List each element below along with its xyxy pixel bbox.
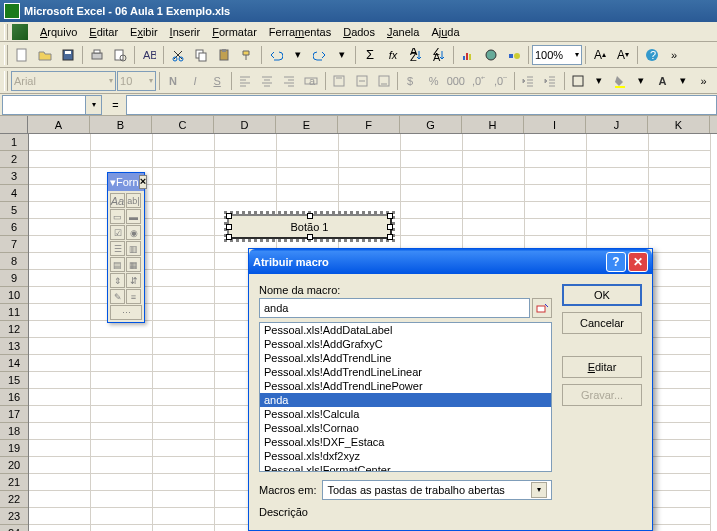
cell[interactable]: [29, 202, 91, 219]
comma-button[interactable]: 000: [445, 70, 466, 92]
fx-button[interactable]: =: [112, 99, 118, 111]
fill-color-dropdown[interactable]: ▾: [632, 74, 651, 87]
cell[interactable]: [153, 253, 215, 270]
resize-handle[interactable]: [226, 224, 232, 230]
scrollbar-control-icon[interactable]: ⇕: [110, 273, 125, 288]
name-box[interactable]: ▾: [2, 95, 102, 115]
zoom-combo[interactable]: 100%▾: [532, 45, 582, 65]
font-increase-button[interactable]: A▴: [589, 44, 611, 66]
borders-button[interactable]: [568, 70, 589, 92]
cell[interactable]: [91, 321, 153, 338]
cell[interactable]: [587, 134, 649, 151]
menu-editar[interactable]: Editar: [83, 24, 124, 40]
underline-button[interactable]: S: [207, 70, 228, 92]
cell[interactable]: [153, 321, 215, 338]
cell[interactable]: [153, 185, 215, 202]
cell[interactable]: [463, 219, 525, 236]
select-all-corner[interactable]: [0, 116, 28, 134]
cell[interactable]: [29, 304, 91, 321]
font-combo[interactable]: Arial▾: [11, 71, 116, 91]
cell[interactable]: [29, 474, 91, 491]
cell[interactable]: [29, 355, 91, 372]
cell[interactable]: [649, 457, 711, 474]
new-button[interactable]: [11, 44, 33, 66]
cell[interactable]: [277, 185, 339, 202]
font-color-dropdown[interactable]: ▾: [674, 74, 693, 87]
map-button[interactable]: [480, 44, 502, 66]
cell[interactable]: [91, 134, 153, 151]
row-header[interactable]: 13: [0, 338, 28, 355]
column-header[interactable]: K: [648, 116, 710, 133]
cell[interactable]: [29, 168, 91, 185]
toolbar-more[interactable]: »: [664, 49, 684, 61]
cell[interactable]: [153, 491, 215, 508]
cell[interactable]: [649, 389, 711, 406]
undo-dropdown[interactable]: ▾: [288, 48, 308, 61]
cell[interactable]: [649, 321, 711, 338]
cell[interactable]: [401, 185, 463, 202]
menu-ferramentas[interactable]: Ferramentas: [263, 24, 337, 40]
cell[interactable]: [277, 134, 339, 151]
cell[interactable]: [29, 457, 91, 474]
print-preview-button[interactable]: [109, 44, 131, 66]
app-icon[interactable]: [12, 24, 28, 40]
bold-button[interactable]: N: [162, 70, 183, 92]
column-header[interactable]: H: [462, 116, 524, 133]
cell[interactable]: [153, 525, 215, 531]
row-header[interactable]: 19: [0, 440, 28, 457]
listbox-control-icon[interactable]: ☰: [110, 241, 125, 256]
option-control-icon[interactable]: ◉: [126, 225, 141, 240]
resize-handle[interactable]: [307, 234, 313, 240]
label-control-icon[interactable]: Aa: [110, 193, 125, 208]
cell[interactable]: [339, 151, 401, 168]
cell[interactable]: [587, 219, 649, 236]
row-header[interactable]: 23: [0, 508, 28, 525]
currency-button[interactable]: $: [401, 70, 422, 92]
row-header[interactable]: 14: [0, 355, 28, 372]
row-header[interactable]: 21: [0, 474, 28, 491]
chart-button[interactable]: [457, 44, 479, 66]
align-left-button[interactable]: [235, 70, 256, 92]
cell[interactable]: [91, 457, 153, 474]
checkbox-control-icon[interactable]: ☑: [110, 225, 125, 240]
cell[interactable]: [29, 270, 91, 287]
cell[interactable]: [153, 474, 215, 491]
cell[interactable]: [649, 338, 711, 355]
spinner-control-icon[interactable]: ⇵: [126, 273, 141, 288]
cell[interactable]: [649, 185, 711, 202]
cell[interactable]: [29, 134, 91, 151]
cell[interactable]: [91, 440, 153, 457]
sheet-button[interactable]: Botão 1: [227, 214, 392, 239]
cell[interactable]: [29, 525, 91, 531]
cell[interactable]: [29, 372, 91, 389]
macro-list-item[interactable]: Pessoal.xls!AddDataLabel: [260, 323, 551, 337]
cell[interactable]: [649, 355, 711, 372]
row-header[interactable]: 11: [0, 304, 28, 321]
cell[interactable]: [339, 185, 401, 202]
cell[interactable]: [401, 219, 463, 236]
row-header[interactable]: 1: [0, 134, 28, 151]
cell[interactable]: [91, 525, 153, 531]
cell[interactable]: [587, 151, 649, 168]
edit-button[interactable]: Editar: [562, 356, 642, 378]
resize-handle[interactable]: [226, 234, 232, 240]
row-header[interactable]: 8: [0, 253, 28, 270]
cell[interactable]: [649, 491, 711, 508]
cell[interactable]: [649, 151, 711, 168]
cell[interactable]: [153, 304, 215, 321]
row-header[interactable]: 24: [0, 525, 28, 531]
cell[interactable]: [587, 185, 649, 202]
cell[interactable]: [525, 134, 587, 151]
column-header[interactable]: D: [214, 116, 276, 133]
cell[interactable]: [649, 270, 711, 287]
cell[interactable]: [153, 151, 215, 168]
cell[interactable]: [649, 423, 711, 440]
row-header[interactable]: 17: [0, 406, 28, 423]
cell[interactable]: [463, 151, 525, 168]
indent-increase-button[interactable]: [540, 70, 561, 92]
cell[interactable]: [29, 321, 91, 338]
column-header[interactable]: A: [28, 116, 90, 133]
forms-toolbar-close[interactable]: ×: [139, 175, 147, 189]
cell[interactable]: [153, 457, 215, 474]
cell[interactable]: [29, 508, 91, 525]
